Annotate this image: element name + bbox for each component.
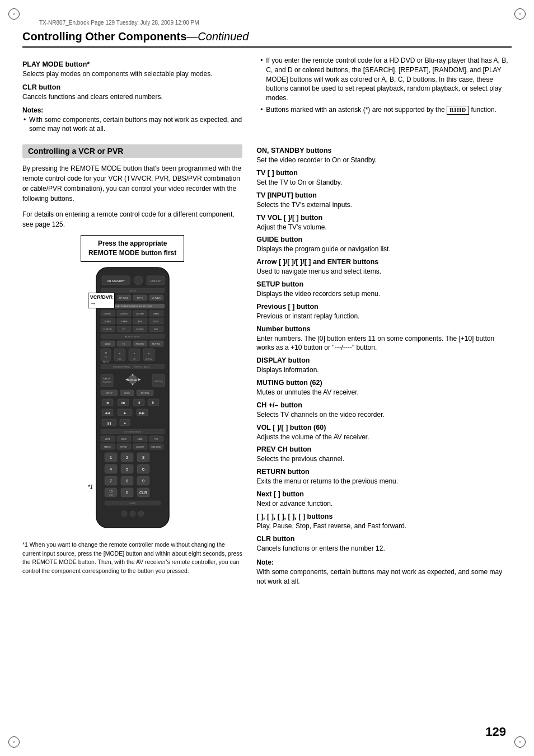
- svg-text:9: 9: [142, 478, 144, 483]
- svg-text:LISTENING MODE: LISTENING MODE: [124, 431, 142, 433]
- button-desc: Used to navigate menus and select items.: [256, 267, 512, 276]
- svg-text:PHONO: PHONO: [136, 328, 143, 331]
- bottom-note-heading: Note:: [256, 558, 512, 566]
- svg-text:NET: NET: [154, 328, 158, 331]
- button-label: Number buttons: [256, 325, 512, 333]
- left-col: Controlling a VCR or PVR By pressing the…: [22, 144, 242, 589]
- svg-text:MY WAVE: MY WAVE: [119, 297, 129, 299]
- page-number: 129: [485, 725, 506, 739]
- svg-text:(RANDOM): (RANDOM): [154, 381, 162, 383]
- svg-text:CBL/SAT: CBL/SAT: [135, 313, 144, 315]
- button-item: Arrow [ ]/[ ]/[ ]/[ ] and ENTER buttonsU…: [256, 258, 512, 276]
- svg-text:REMOTE MODE/INPUT SELECTION: REMOTE MODE/INPUT SELECTION: [114, 305, 151, 308]
- button-item: Number buttonsEnter numbers. The [0] but…: [256, 325, 512, 353]
- button-label: TV VOL [ ]/[ ] button: [256, 214, 512, 222]
- button-desc: Set the video recorder to On or Standby.: [256, 156, 512, 165]
- svg-text:MUTING: MUTING: [152, 343, 160, 345]
- svg-text:SETUP: SETUP: [106, 392, 113, 395]
- svg-text:PORT: PORT: [153, 321, 160, 323]
- svg-text:AUX: AUX: [138, 321, 142, 323]
- svg-text:10: 10: [109, 490, 113, 493]
- svg-point-3: [134, 276, 143, 285]
- rhid-logo: RIHD: [447, 106, 469, 115]
- right-bullet-1: If you enter the remote control code for…: [259, 56, 512, 103]
- button-item: PREV CH buttonSelects the previous chann…: [256, 445, 512, 464]
- section-heading: Controlling a VCR or PVR: [22, 144, 242, 158]
- svg-text:INPUT: INPUT: [102, 361, 109, 363]
- svg-text:6: 6: [142, 467, 144, 472]
- svg-text:2: 2: [125, 455, 128, 460]
- svg-text:⏭: ⏭: [121, 401, 125, 405]
- svg-text:RETURN: RETURN: [140, 392, 149, 395]
- svg-text:▶: ▶: [123, 411, 126, 415]
- button-desc: Selects TV channels on the video recorde…: [256, 410, 512, 420]
- svg-text:TUNER: TUNER: [104, 321, 111, 323]
- svg-text:7: 7: [109, 478, 112, 483]
- svg-text:▶ MUTE MENU: ▶ MUTE MENU: [125, 336, 140, 338]
- page-container: TX-NR807_En.book Page 129 Tuesday, July …: [0, 0, 534, 756]
- svg-text:5: 5: [125, 467, 128, 472]
- button-item: CH +/– buttonSelects TV channels on the …: [256, 401, 512, 420]
- button-desc: Next or advance function.: [256, 499, 512, 509]
- svg-text:CD/DVD: CD/DVD: [120, 313, 128, 315]
- button-item: Next [ ] buttonNext or advance function.: [256, 490, 512, 509]
- svg-text:CLR: CLR: [139, 491, 147, 495]
- button-item: TV VOL [ ]/[ ] buttonAdjust the TV's vol…: [256, 214, 512, 232]
- svg-text:RANDOM: RANDOM: [136, 446, 144, 448]
- corner-mark-br: [514, 736, 526, 748]
- star1-label: *1: [88, 484, 93, 490]
- file-info: TX-NR807_En.book Page 129 Tuesday, July …: [39, 20, 512, 26]
- intro-text: By pressing the REMOTE MODE button that'…: [22, 163, 242, 204]
- button-label: Arrow [ ]/[ ]/[ ]/[ ] and ENTER buttons: [256, 258, 512, 266]
- svg-text:▶▶: ▶▶: [139, 411, 145, 415]
- svg-text:PLAYLIST: PLAYLIST: [103, 378, 111, 380]
- button-desc: Enter numbers. The [0] button enters 11 …: [256, 334, 512, 353]
- top-right: If you enter the remote control code for…: [259, 56, 512, 136]
- svg-text:RECORD: RECORD: [135, 343, 144, 345]
- button-label: SETUP button: [256, 280, 512, 288]
- svg-text:MY WAVE: MY WAVE: [152, 297, 161, 299]
- svg-text:SLEEP: SLEEP: [129, 503, 136, 505]
- svg-text:◀: ◀: [125, 378, 128, 381]
- button-label: VOL [ ]/[ ] button (60): [256, 424, 512, 431]
- button-item: MUTING button (62)Mutes or unmutes the A…: [256, 379, 512, 397]
- play-mode-label: PLAY MODE button*: [22, 60, 242, 68]
- button-desc: Selects the TV's external inputs.: [256, 200, 512, 210]
- svg-rect-75: [101, 374, 113, 387]
- clr-desc: Cancels functions and clears entered num…: [22, 92, 242, 102]
- button-desc: Displays information.: [256, 365, 512, 375]
- svg-text:⏮: ⏮: [105, 401, 109, 405]
- button-item: DISPLAY buttonDisplays information.: [256, 356, 512, 375]
- button-label: TV [ ] button: [256, 169, 512, 177]
- button-item: CLR buttonCancels functions or enters th…: [256, 535, 512, 553]
- remote-container: Press the appropriateREMOTE MODE button …: [22, 235, 242, 535]
- buttons-list: ON, STANDBY buttonsSet the video recorde…: [256, 147, 512, 553]
- svg-text:CD: CD: [122, 328, 125, 331]
- button-label: CH +/– button: [256, 401, 512, 409]
- svg-text:▼: ▼: [131, 383, 134, 386]
- svg-rect-65: [101, 364, 165, 369]
- button-item: VOL [ ]/[ ] button (60)Adjusts the volum…: [256, 424, 512, 442]
- svg-text:MY TV: MY TV: [137, 297, 143, 299]
- vcr-section: Controlling a VCR or PVR By pressing the…: [22, 144, 512, 589]
- button-label: Next [ ] button: [256, 490, 512, 498]
- svg-text:THX: THX: [154, 438, 158, 440]
- svg-text:8: 8: [125, 478, 128, 483]
- play-mode-desc: Selects play modes on components with se…: [22, 69, 242, 79]
- svg-text:GAME: GAME: [137, 438, 142, 440]
- corner-mark-bl: [8, 736, 20, 748]
- page-title: Controlling Other Components—Continued: [22, 30, 249, 43]
- details-text: For details on entering a remote control…: [22, 209, 242, 229]
- svg-text:MODE: MODE: [104, 343, 110, 345]
- svg-text:SEARCH: SEARCH: [104, 446, 111, 448]
- svg-text:ENTER: ENTER: [128, 378, 137, 382]
- corner-mark-tl: [8, 8, 20, 20]
- button-desc: Selects the previous channel.: [256, 454, 512, 464]
- svg-text:PLAY MODE: PLAY MODE: [151, 446, 161, 448]
- button-item: Previous [ ] buttonPrevious or instant r…: [256, 303, 512, 321]
- button-desc: Set the TV to On or Standby.: [256, 178, 512, 187]
- svg-rect-52: [101, 349, 111, 361]
- svg-text:▲: ▲: [148, 352, 150, 355]
- button-label: MUTING button (62): [256, 379, 512, 387]
- remote-image-wrapper: VCR/DVR→ ON STANDBY DISPLAY: [22, 265, 242, 535]
